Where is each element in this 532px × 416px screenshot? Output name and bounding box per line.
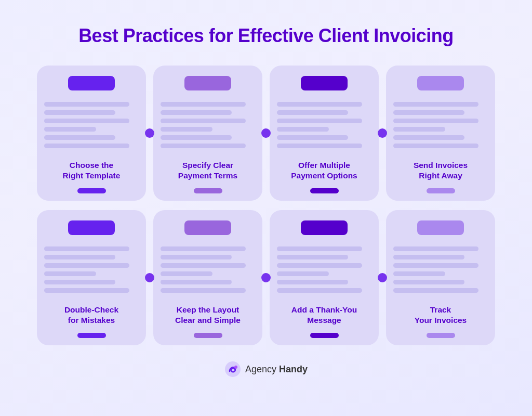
card-label: Double-Check for Mistakes [64, 300, 118, 326]
card-lines [44, 102, 139, 155]
footer-brand: Agency Handy [245, 364, 308, 375]
card-line [393, 280, 464, 284]
cards-grid: Choose the Right TemplateSpecify Clear P… [37, 66, 495, 345]
card-line [277, 288, 362, 293]
card-line [277, 110, 348, 115]
card-line [161, 288, 246, 293]
card-line [44, 255, 115, 259]
card-label: Specify Clear Payment Terms [178, 155, 237, 181]
card-line [393, 271, 445, 276]
card-line [44, 102, 129, 107]
card-line [161, 263, 246, 268]
card-line [393, 135, 464, 140]
dot-connector [145, 128, 154, 138]
card-line [393, 288, 478, 293]
card-line [161, 102, 246, 107]
svg-point-0 [225, 361, 241, 377]
card-line [44, 288, 129, 293]
card-bottom-bar [77, 188, 106, 193]
card-top-bar [68, 220, 115, 235]
card-bottom-bar [194, 188, 222, 193]
page-title: Best Practices for Effective Client Invo… [78, 25, 454, 47]
dot-connector [378, 273, 387, 282]
card-label: Track Your Invoices [415, 300, 467, 326]
card-line [393, 110, 464, 115]
card-line [277, 263, 362, 268]
card-label: Send Invoices Right Away [414, 155, 468, 181]
card-label: Keep the Layout Clear and Simple [175, 300, 241, 326]
card-lines [393, 246, 488, 300]
card-line [393, 127, 445, 132]
card-line [393, 102, 478, 107]
card-bottom-bar [310, 188, 339, 193]
card-line [44, 110, 115, 115]
card-line [44, 280, 115, 284]
card-top-bar [417, 76, 464, 90]
card-top-bar [301, 76, 348, 90]
card-lines [393, 102, 488, 155]
card-lines [161, 102, 255, 155]
card-top-bar [184, 76, 231, 90]
card-line [277, 271, 329, 276]
card-line [393, 263, 478, 268]
card-line [277, 246, 362, 251]
card-line [161, 271, 212, 276]
practice-card: Offer Multiple Payment Options [270, 66, 379, 201]
card-line [161, 135, 232, 140]
card-line [44, 271, 96, 276]
card-bottom-bar [310, 333, 339, 338]
card-line [277, 102, 362, 107]
card-bottom-bar [194, 333, 222, 338]
card-top-bar [301, 220, 348, 235]
dot-connector [378, 128, 387, 138]
card-line [44, 246, 129, 251]
card-line [393, 246, 478, 251]
svg-point-1 [234, 366, 237, 369]
card-line [44, 263, 129, 268]
card-line [44, 119, 129, 123]
practice-card: Add a Thank-You Message [270, 210, 379, 345]
card-label: Choose the Right Template [63, 155, 121, 181]
practice-card: Specify Clear Payment Terms [153, 66, 262, 201]
card-lines [277, 102, 371, 155]
card-lines [161, 246, 255, 300]
card-line [161, 280, 232, 284]
practice-card: Keep the Layout Clear and Simple [153, 210, 262, 345]
card-top-bar [417, 220, 464, 235]
card-line [277, 135, 348, 140]
card-line [277, 144, 362, 148]
footer: Agency Handy [224, 361, 308, 378]
dot-connector [261, 273, 271, 282]
card-bottom-bar [427, 333, 455, 338]
card-line [161, 127, 212, 132]
card-label: Offer Multiple Payment Options [291, 155, 357, 181]
card-label: Add a Thank-You Message [291, 300, 357, 326]
card-top-bar [68, 76, 115, 90]
card-line [161, 246, 246, 251]
card-line [44, 127, 96, 132]
card-bottom-bar [427, 188, 455, 193]
card-line [277, 127, 329, 132]
card-line [161, 110, 232, 115]
card-bottom-bar [77, 333, 106, 338]
card-line [44, 135, 115, 140]
dot-connector [261, 128, 271, 138]
card-line [277, 280, 348, 284]
card-line [277, 119, 362, 123]
card-lines [277, 246, 371, 300]
practice-card: Double-Check for Mistakes [37, 210, 146, 345]
card-line [161, 255, 232, 259]
practice-card: Send Invoices Right Away [386, 66, 495, 201]
card-top-bar [184, 220, 231, 235]
card-line [44, 144, 129, 148]
card-lines [44, 246, 139, 300]
card-line [393, 119, 478, 123]
agency-handy-logo [224, 361, 241, 378]
practice-card: Track Your Invoices [386, 210, 495, 345]
practice-card: Choose the Right Template [37, 66, 146, 201]
card-line [277, 255, 348, 259]
card-line [393, 144, 478, 148]
card-line [161, 119, 246, 123]
dot-connector [145, 273, 154, 282]
card-line [393, 255, 464, 259]
